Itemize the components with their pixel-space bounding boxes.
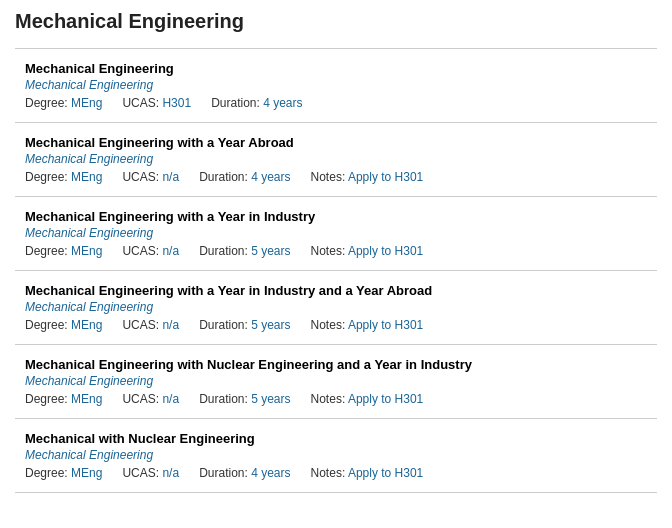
notes-detail: Notes: Apply to H301 — [311, 466, 424, 480]
duration-detail: Duration: 5 years — [199, 318, 290, 332]
course-details: Degree: MEngUCAS: n/aDuration: 4 yearsNo… — [25, 170, 647, 184]
course-dept: Mechanical Engineering — [25, 300, 647, 314]
duration-detail: Duration: 5 years — [199, 392, 290, 406]
ucas-detail: UCAS: H301 — [122, 96, 191, 110]
duration-detail: Duration: 4 years — [211, 96, 302, 110]
degree-detail: Degree: MEng — [25, 96, 102, 110]
course-item[interactable]: Mechanical Engineering with Nuclear Engi… — [15, 345, 657, 419]
degree-detail: Degree: MEng — [25, 244, 102, 258]
degree-detail: Degree: MEng — [25, 170, 102, 184]
ucas-detail: UCAS: n/a — [122, 318, 179, 332]
course-details: Degree: MEngUCAS: n/aDuration: 5 yearsNo… — [25, 392, 647, 406]
course-dept: Mechanical Engineering — [25, 448, 647, 462]
course-details: Degree: MEngUCAS: n/aDuration: 5 yearsNo… — [25, 318, 647, 332]
course-details: Degree: MEngUCAS: H301Duration: 4 years — [25, 96, 647, 110]
notes-detail: Notes: Apply to H301 — [311, 392, 424, 406]
course-dept: Mechanical Engineering — [25, 152, 647, 166]
degree-detail: Degree: MEng — [25, 318, 102, 332]
course-list: Mechanical EngineeringMechanical Enginee… — [15, 48, 657, 493]
course-item[interactable]: Mechanical Engineering with a Year in In… — [15, 197, 657, 271]
course-title: Mechanical Engineering with a Year in In… — [25, 283, 647, 298]
course-title: Mechanical Engineering with Nuclear Engi… — [25, 357, 647, 372]
course-details: Degree: MEngUCAS: n/aDuration: 4 yearsNo… — [25, 466, 647, 480]
ucas-detail: UCAS: n/a — [122, 466, 179, 480]
notes-detail: Notes: Apply to H301 — [311, 244, 424, 258]
duration-detail: Duration: 4 years — [199, 170, 290, 184]
course-item[interactable]: Mechanical Engineering with a Year Abroa… — [15, 123, 657, 197]
course-item[interactable]: Mechanical EngineeringMechanical Enginee… — [15, 49, 657, 123]
ucas-detail: UCAS: n/a — [122, 170, 179, 184]
course-dept: Mechanical Engineering — [25, 78, 647, 92]
duration-detail: Duration: 4 years — [199, 466, 290, 480]
degree-detail: Degree: MEng — [25, 392, 102, 406]
ucas-detail: UCAS: n/a — [122, 392, 179, 406]
course-item[interactable]: Mechanical Engineering with a Year in In… — [15, 271, 657, 345]
course-item[interactable]: Mechanical with Nuclear EngineeringMecha… — [15, 419, 657, 493]
course-dept: Mechanical Engineering — [25, 374, 647, 388]
page-title: Mechanical Engineering — [15, 10, 657, 33]
notes-detail: Notes: Apply to H301 — [311, 170, 424, 184]
course-title: Mechanical Engineering — [25, 61, 647, 76]
course-title: Mechanical with Nuclear Engineering — [25, 431, 647, 446]
ucas-detail: UCAS: n/a — [122, 244, 179, 258]
course-details: Degree: MEngUCAS: n/aDuration: 5 yearsNo… — [25, 244, 647, 258]
duration-detail: Duration: 5 years — [199, 244, 290, 258]
course-title: Mechanical Engineering with a Year Abroa… — [25, 135, 647, 150]
course-title: Mechanical Engineering with a Year in In… — [25, 209, 647, 224]
degree-detail: Degree: MEng — [25, 466, 102, 480]
notes-detail: Notes: Apply to H301 — [311, 318, 424, 332]
course-dept: Mechanical Engineering — [25, 226, 647, 240]
